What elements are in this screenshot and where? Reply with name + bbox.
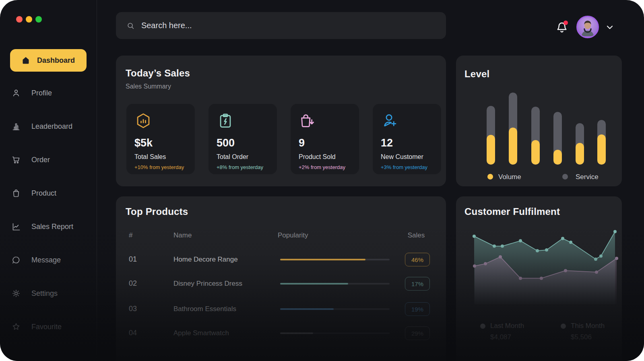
stat-value: 12 (381, 137, 433, 149)
minimize-window-dot[interactable] (26, 16, 32, 23)
sales-badge: 29% (405, 326, 430, 340)
this-month-legend-label: This Month (571, 322, 605, 330)
sidebar-item-label: Dashboard (37, 56, 75, 65)
volume-legend-dot (487, 174, 493, 179)
legend-last-month: Last Month $4,087 (480, 322, 524, 341)
clipboard-bolt-icon (217, 124, 234, 131)
row-number: 02 (129, 279, 137, 288)
stat-delta: +3% from yesterday (381, 164, 433, 170)
stat-delta: +2% from yesterday (299, 164, 351, 170)
sales-badge: 17% (405, 277, 430, 291)
sidebar-item-label: Order (31, 156, 50, 164)
column-header-sales: Sales (405, 231, 427, 239)
customer-fulfilment-title: Customer Fulfilment (464, 206, 560, 217)
column-header-number: # (129, 231, 132, 239)
last-month-legend-label: Last Month (490, 322, 524, 330)
sidebar-item-label: Favourite (31, 323, 62, 331)
this-month-value: $5,506 (571, 333, 605, 341)
user-icon (11, 88, 21, 98)
bar-chart-icon (11, 122, 21, 131)
stat-card-total-order[interactable]: 500 Total Order +8% from yesterday (208, 104, 277, 174)
maximize-window-dot[interactable] (35, 16, 42, 23)
sidebar-item-label: Message (31, 256, 61, 264)
search-input[interactable] (140, 21, 436, 31)
level-card: Level Volume Service (456, 56, 622, 186)
notification-bell-icon[interactable] (555, 21, 569, 34)
sidebar-item-label: Sales Report (31, 223, 73, 231)
sales-badge: 46% (405, 253, 430, 266)
service-legend-dot (562, 174, 568, 179)
search-icon (126, 21, 135, 30)
todays-sales-title: Today’s Sales (126, 68, 190, 79)
user-plus-icon (381, 124, 398, 131)
chat-icon (11, 255, 21, 265)
row-number: 04 (129, 329, 137, 337)
sidebar-item-product[interactable]: Product (11, 188, 56, 198)
notification-badge (564, 21, 568, 25)
sidebar-item-sales-report[interactable]: Sales Report (11, 222, 73, 231)
customer-fulfilment-card: Customer Fulfilment Last Month $4,087 Th… (456, 196, 622, 361)
sidebar-item-message[interactable]: Message (11, 255, 61, 265)
sidebar-item-label: Profile (31, 89, 52, 97)
legend-this-month: This Month $5,506 (561, 322, 605, 341)
search-bar (116, 12, 446, 39)
sidebar: Dashboard Profile Leaderboard Order Prod (0, 0, 97, 361)
avatar-image (578, 17, 598, 37)
stat-card-total-sales[interactable]: $5k Total Sales +10% from yesterday (126, 104, 195, 174)
star-icon (11, 322, 21, 332)
column-header-name: Name (173, 231, 192, 239)
cart-icon (11, 155, 21, 165)
product-name: Apple Smartwatch (173, 329, 229, 337)
level-bar-chart (456, 56, 622, 186)
sidebar-item-favourite[interactable]: Favourite (11, 322, 62, 332)
top-products-title: Top Products (126, 206, 188, 217)
row-number: 03 (129, 305, 137, 313)
row-number: 01 (129, 255, 137, 264)
sidebar-item-order[interactable]: Order (11, 155, 50, 165)
home-icon (21, 56, 31, 65)
sales-badge: 19% (405, 302, 430, 316)
sidebar-item-settings[interactable]: Settings (11, 289, 58, 298)
stat-value: 500 (217, 137, 269, 149)
top-products-card: Top Products # Name Popularity Sales 01 … (116, 196, 446, 361)
popularity-bar (280, 332, 390, 334)
stat-card-product-sold[interactable]: 9 Product Sold +2% from yesterday (291, 104, 359, 174)
bag-arrow-down-icon (299, 124, 316, 131)
bag-icon (11, 188, 21, 198)
stat-value: $5k (134, 137, 187, 149)
service-legend-label: Service (576, 173, 599, 181)
last-month-value: $4,087 (490, 333, 524, 341)
product-name: Disney Princess Dress (173, 280, 242, 288)
todays-sales-card: Today’s Sales Sales Summary $5k Total Sa… (116, 56, 446, 186)
stat-label: Total Order (217, 153, 269, 161)
popularity-bar (280, 283, 390, 285)
hexagon-chart-icon (134, 124, 152, 131)
stat-label: Product Sold (299, 153, 351, 161)
sidebar-item-dashboard[interactable]: Dashboard (10, 49, 87, 72)
column-header-popularity: Popularity (278, 231, 308, 239)
gear-icon (11, 289, 21, 298)
chevron-down-icon[interactable] (605, 23, 615, 32)
sidebar-item-profile[interactable]: Profile (11, 88, 52, 98)
sidebar-item-label: Leaderboard (31, 122, 72, 131)
dashboard-window: Dashboard Profile Leaderboard Order Prod (0, 0, 644, 361)
sidebar-item-label: Product (31, 189, 56, 198)
stat-label: New Customer (381, 153, 433, 161)
sidebar-item-label: Settings (31, 289, 58, 298)
stat-delta: +8% from yesterday (217, 164, 269, 170)
popularity-bar (280, 308, 390, 310)
stat-label: Total Sales (134, 153, 187, 161)
fulfilment-area-chart (471, 228, 620, 304)
popularity-bar (280, 259, 390, 260)
user-avatar[interactable] (576, 16, 599, 38)
last-month-legend-dot (480, 324, 485, 329)
product-name: Home Decore Range (173, 256, 238, 264)
todays-sales-subtitle: Sales Summary (126, 83, 171, 90)
line-chart-icon (11, 222, 21, 231)
stat-value: 9 (299, 137, 351, 149)
stat-card-new-customer[interactable]: 12 New Customer +3% from yesterday (373, 104, 441, 174)
this-month-legend-dot (561, 324, 566, 329)
volume-legend-label: Volume (498, 173, 521, 181)
sidebar-item-leaderboard[interactable]: Leaderboard (11, 122, 72, 131)
close-window-dot[interactable] (16, 16, 23, 23)
